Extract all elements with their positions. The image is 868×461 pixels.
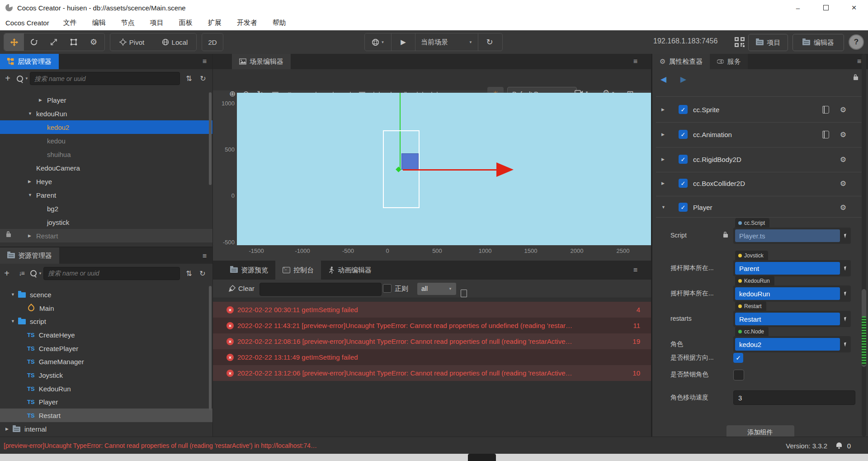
tree-arrow-icon[interactable]: ▶: [39, 98, 46, 102]
unlock-icon[interactable]: [854, 76, 858, 80]
assets-scrollbar[interactable]: [209, 286, 212, 410]
refresh-hierarchy-icon[interactable]: ↻: [196, 74, 210, 83]
component-cc.BoxCollider2D[interactable]: ▶✓cc.BoxCollider2D⚙: [652, 176, 862, 190]
component-gear-icon[interactable]: ⚙: [840, 155, 846, 164]
hierarchy-node-KedouCamera[interactable]: KedouCamera: [0, 161, 212, 175]
scale-tool-button[interactable]: [44, 33, 64, 51]
minimize-button[interactable]: –: [784, 0, 812, 15]
play-button[interactable]: ▶: [392, 33, 415, 51]
clear-brush-icon[interactable]: [228, 285, 236, 292]
node-picker-button[interactable]: [840, 262, 851, 275]
reference-field[interactable]: kedou2: [733, 336, 851, 352]
close-button[interactable]: ×: [840, 0, 868, 15]
scene-canvas[interactable]: [237, 93, 651, 245]
tree-arrow-icon[interactable]: ▶: [5, 427, 13, 431]
zoom-in-icon[interactable]: ⊕: [229, 89, 236, 99]
sort-assets-icon[interactable]: ↓≡: [14, 270, 29, 277]
tree-arrow-icon[interactable]: ▶: [28, 179, 35, 184]
add-component-button[interactable]: 添加组件: [726, 425, 794, 437]
scene-select-dropdown[interactable]: 当前场景 ▼: [415, 33, 478, 51]
inspector-scrollbar-track[interactable]: [862, 54, 866, 437]
asset-Player[interactable]: TSPlayer: [0, 395, 212, 409]
asset-GameManager[interactable]: TSGameManager: [0, 355, 212, 368]
tab-services[interactable]: 服务: [710, 54, 748, 69]
reference-field[interactable]: kedouRun: [733, 285, 851, 302]
tab-scene-editor[interactable]: 场景编辑器: [232, 54, 291, 69]
tab-inspector[interactable]: ⚙ 属性检查器: [652, 54, 710, 69]
tab-asset-preview[interactable]: 资源预览: [223, 261, 275, 280]
component-arrow-icon[interactable]: ▶: [661, 157, 669, 162]
console-log-row[interactable]: ×2022-02-22 13:12:06 [preview-error]Unca…: [213, 365, 651, 381]
component-enabled-checkbox[interactable]: ✓: [679, 105, 688, 114]
menu-item-帮助[interactable]: 帮助: [265, 19, 294, 27]
component-enabled-checkbox[interactable]: ✓: [679, 130, 688, 139]
gizmo-settings-button[interactable]: ⚙: [84, 33, 104, 51]
node-picker-button[interactable]: [840, 338, 851, 351]
component-arrow-icon[interactable]: ▶: [661, 132, 669, 137]
tree-arrow-icon[interactable]: ▼: [28, 111, 35, 116]
property-number-input[interactable]: 3: [733, 390, 855, 405]
tree-arrow-icon[interactable]: ▼: [28, 193, 35, 197]
collapse-all-icon[interactable]: ⇅: [182, 269, 196, 278]
component-cc.Animation[interactable]: ▶✓cc.Animation⚙: [652, 128, 862, 141]
component-arrow-icon[interactable]: ▶: [661, 181, 669, 185]
tab-animation-editor[interactable]: 动画编辑器: [321, 261, 379, 280]
component-gear-icon[interactable]: ⚙: [840, 203, 846, 212]
tab-console[interactable]: 控制台: [275, 261, 321, 280]
collapse-all-icon[interactable]: ⇅: [182, 74, 196, 83]
create-node-button[interactable]: +: [0, 73, 15, 84]
history-forward-icon[interactable]: ▶: [680, 75, 686, 84]
component-Player[interactable]: ▼✓Player⚙: [652, 200, 862, 214]
reload-preview-button[interactable]: ↻: [478, 33, 501, 51]
hierarchy-menu-icon[interactable]: ≡: [203, 57, 207, 66]
bell-icon[interactable]: [836, 442, 842, 447]
menu-item-扩展[interactable]: 扩展: [200, 19, 229, 27]
component-enabled-checkbox[interactable]: ✓: [679, 179, 688, 188]
create-asset-button[interactable]: +: [0, 268, 14, 279]
menu-app-name[interactable]: Cocos Creator: [2, 19, 56, 27]
hierarchy-node-bg2[interactable]: bg2: [0, 202, 212, 215]
asset-Main[interactable]: Main: [0, 301, 212, 315]
tree-arrow-icon[interactable]: ▶: [28, 233, 35, 238]
component-arrow-icon[interactable]: ▼: [661, 205, 669, 209]
hierarchy-scrollbar[interactable]: [209, 92, 212, 185]
console-filter-input[interactable]: [259, 283, 382, 296]
menu-item-项目[interactable]: 项目: [142, 19, 171, 27]
node-picker-button[interactable]: [840, 287, 851, 300]
console-log-row[interactable]: ×2022-02-22 12:08:16 [preview-error]Unca…: [213, 333, 651, 349]
maximize-button[interactable]: [812, 0, 840, 15]
menu-item-文件[interactable]: 文件: [56, 19, 85, 27]
rect-tool-button[interactable]: [64, 33, 84, 51]
tab-assets[interactable]: 资源管理器: [0, 247, 59, 264]
hierarchy-node-kedou2[interactable]: kedou2: [0, 120, 212, 134]
gizmo-x-axis[interactable]: [403, 169, 496, 171]
hierarchy-node-kedouRun[interactable]: ▼kedouRun: [0, 107, 212, 120]
clear-console-button[interactable]: Clear: [238, 285, 255, 292]
hierarchy-node-shuihua[interactable]: shuihua: [0, 147, 212, 161]
console-log-row[interactable]: ×2022-02-22 00:30:11 getImSetting failed…: [213, 302, 651, 318]
hierarchy-search-input[interactable]: [30, 72, 180, 85]
reference-field[interactable]: Parent: [733, 260, 851, 276]
log-level-dropdown[interactable]: all▼: [417, 283, 456, 295]
assets-menu-icon[interactable]: ≡: [203, 252, 207, 260]
asset-CreateHeye[interactable]: TSCreateHeye: [0, 328, 212, 342]
node-picker-button[interactable]: [840, 229, 851, 242]
selected-sprite[interactable]: [401, 153, 419, 170]
component-gear-icon[interactable]: ⚙: [840, 105, 846, 114]
scene-menu-icon[interactable]: ≡: [633, 57, 637, 66]
component-enabled-checkbox[interactable]: ✓: [679, 155, 688, 164]
hierarchy-node-Heye[interactable]: ▶Heye: [0, 175, 212, 188]
local-toggle-button[interactable]: Local: [153, 33, 196, 51]
asset-Restart[interactable]: TSRestart: [0, 409, 212, 422]
component-gear-icon[interactable]: ⚙: [840, 130, 846, 139]
inspector-menu-icon[interactable]: ≡: [857, 57, 861, 66]
open-editor-button[interactable]: 编辑器: [793, 34, 844, 51]
reference-field[interactable]: Restart: [733, 311, 851, 327]
help-button[interactable]: ?: [849, 34, 864, 50]
component-gear-icon[interactable]: ⚙: [840, 179, 846, 188]
component-arrow-icon[interactable]: ▶: [661, 107, 669, 112]
asset-CreatePlayer[interactable]: TSCreatePlayer: [0, 342, 212, 355]
rotate-tool-button[interactable]: [24, 33, 44, 51]
menu-item-开发者[interactable]: 开发者: [229, 19, 265, 27]
reference-field[interactable]: Player.ts: [733, 228, 851, 244]
